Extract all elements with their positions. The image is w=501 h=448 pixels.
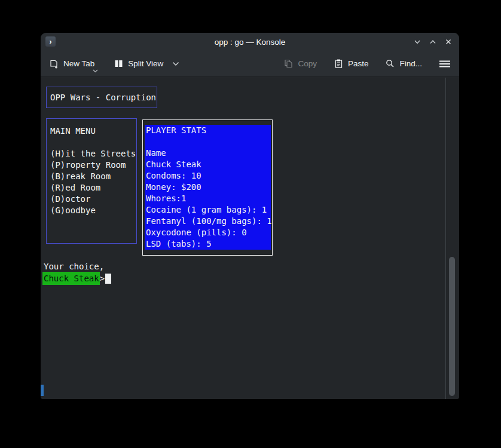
minimize-button[interactable] <box>413 37 422 47</box>
chevron-up-icon <box>429 38 437 46</box>
menu-item-break-room: (B)reak Room <box>50 171 136 182</box>
main-menu-box: MAIN MENU (H)it the Streets (P)roperty R… <box>46 118 137 244</box>
menu-item-red-room: (R)ed Room <box>50 182 136 194</box>
close-button[interactable] <box>444 37 453 47</box>
titlebar[interactable]: › opp : go — Konsole <box>41 33 459 51</box>
chevron-down-icon <box>93 69 98 73</box>
hamburger-menu-button[interactable] <box>438 57 452 71</box>
copy-icon <box>283 59 294 69</box>
new-tab-label: New Tab <box>63 59 94 68</box>
terminal-display[interactable]: OPP Wars - Corruption MAIN MENU (H)it th… <box>41 78 459 399</box>
close-icon <box>444 38 453 46</box>
scrollbar-track[interactable] <box>446 78 459 399</box>
konsole-window: › opp : go — Konsole <box>41 33 459 399</box>
blank-line <box>146 136 271 148</box>
maximize-button[interactable] <box>428 37 438 47</box>
stat-oxycodone: Oxycodone (pills): 0 <box>146 227 271 238</box>
find-button[interactable]: Find... <box>384 56 423 71</box>
paste-label: Paste <box>348 59 369 68</box>
split-view-icon <box>114 59 124 69</box>
prompt-label: Your choice, <box>44 261 104 272</box>
chevron-down-icon <box>413 38 421 46</box>
split-view-button[interactable]: Split View <box>112 56 181 71</box>
player-stats-box: PLAYER STATS Name Chuck Steak Condoms: 1… <box>142 119 273 256</box>
copy-button[interactable]: Copy <box>282 56 318 71</box>
toolbar: New Tab Split View <box>41 51 459 77</box>
terminal-cursor <box>105 274 111 284</box>
stat-money: Money: $200 <box>146 182 271 193</box>
window-title: opp : go — Konsole <box>41 33 459 51</box>
scrollbar-thumb[interactable] <box>449 257 455 396</box>
player-stats-title: PLAYER STATS <box>146 125 271 136</box>
window-controls <box>413 33 453 51</box>
new-tab-icon <box>49 59 59 69</box>
find-label: Find... <box>399 59 422 68</box>
paste-button[interactable]: Paste <box>332 56 370 71</box>
main-menu-title: MAIN MENU <box>50 125 136 137</box>
stat-name-value: Chuck Steak <box>146 159 271 170</box>
game-banner-text: OPP Wars - Corruption <box>50 92 156 103</box>
player-stats-panel: PLAYER STATS Name Chuck Steak Condoms: 1… <box>145 125 271 250</box>
stat-fentanyl: Fentanyl (100/mg bags): 1 <box>146 216 271 227</box>
search-icon <box>385 59 395 69</box>
stat-name-label: Name <box>146 148 271 159</box>
hamburger-icon <box>439 59 451 69</box>
stat-condoms: Condoms: 10 <box>146 170 271 182</box>
stat-lsd: LSD (tabs): 5 <box>146 238 271 250</box>
paste-icon <box>334 59 344 69</box>
player-name-highlight: Chuck Steak <box>42 272 100 285</box>
copy-label: Copy <box>298 59 317 68</box>
menu-item-hit-the-streets: (H)it the Streets <box>50 148 136 159</box>
menu-item-goodbye: (G)oodbye <box>50 205 136 216</box>
menu-item-doctor: (D)octor <box>50 194 136 205</box>
new-tab-button[interactable]: New Tab <box>48 56 96 71</box>
blank-line <box>50 137 136 148</box>
new-output-marker <box>41 385 44 396</box>
stat-whores: Whores:1 <box>146 193 271 204</box>
chevron-down-icon <box>172 62 179 66</box>
split-view-label: Split View <box>128 59 163 68</box>
menu-item-property-room: (P)roperty Room <box>50 159 136 171</box>
game-banner-box: OPP Wars - Corruption <box>46 87 157 108</box>
prompt-input-line[interactable]: Chuck Steak> <box>42 272 111 284</box>
prompt-caret: > <box>100 272 105 284</box>
stat-cocaine: Cocaine (1 gram bags): 1 <box>146 204 271 216</box>
